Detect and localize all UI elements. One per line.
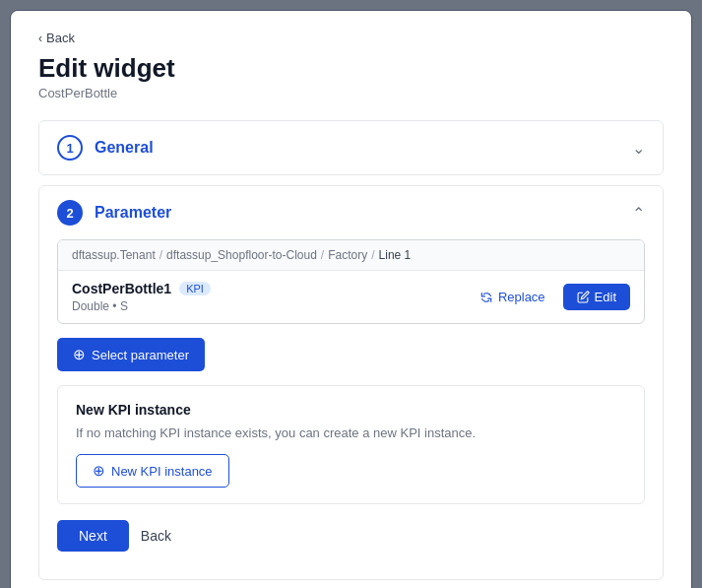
breadcrumb-shopfloor: dftassup_Shopfloor-to-Cloud	[166, 248, 317, 262]
breadcrumb-sep-3: /	[371, 248, 374, 262]
kpi-instance-box: New KPI instance If no matching KPI inst…	[57, 385, 645, 504]
section-parameter-header[interactable]: 2 Parameter ⌃	[39, 186, 663, 239]
param-name-row: CostPerBottle1 KPI	[72, 281, 211, 296]
kpi-instance-desc: If no matching KPI instance exists, you …	[76, 425, 626, 440]
next-button[interactable]: Next	[57, 520, 129, 552]
section-parameter: 2 Parameter ⌃ dftassup.Tenant / dftassup…	[38, 185, 664, 580]
back-action-button[interactable]: Back	[141, 528, 171, 544]
action-row: Next Back	[57, 520, 645, 552]
edit-button[interactable]: Edit	[563, 284, 630, 310]
parameter-type: Double • S	[72, 299, 211, 313]
edit-icon	[577, 291, 590, 303]
section-parameter-number: 2	[57, 200, 83, 226]
replace-icon	[479, 291, 493, 304]
parameter-row: CostPerBottle1 KPI Double • S	[58, 271, 644, 323]
replace-button[interactable]: Replace	[472, 286, 553, 308]
plus-circle-kpi-icon: ⊕	[93, 462, 105, 480]
section-parameter-header-left: 2 Parameter	[57, 200, 171, 226]
parameter-breadcrumb: dftassup.Tenant / dftassup_Shopfloor-to-…	[58, 240, 644, 271]
back-link[interactable]: ‹ Back	[38, 31, 664, 45]
chevron-left-icon: ‹	[38, 32, 42, 45]
section-general: 1 General ⌄	[38, 120, 664, 175]
page-title: Edit widget	[38, 53, 664, 84]
breadcrumb-line: Line 1	[379, 248, 412, 262]
section-parameter-title: Parameter	[95, 204, 171, 222]
section-general-header[interactable]: 1 General ⌄	[39, 121, 663, 174]
page-subtitle: CostPerBottle	[38, 86, 664, 100]
chevron-up-icon-parameter: ⌃	[632, 204, 645, 223]
chevron-down-icon-general: ⌄	[632, 139, 645, 158]
breadcrumb-tenant: dftassup.Tenant	[72, 248, 156, 262]
edit-label: Edit	[595, 290, 616, 304]
select-parameter-label: Select parameter	[92, 348, 189, 362]
section-general-number: 1	[57, 135, 83, 161]
replace-label: Replace	[498, 290, 545, 304]
new-kpi-label: New KPI instance	[111, 464, 213, 479]
select-parameter-button[interactable]: ⊕ Select parameter	[57, 338, 205, 371]
breadcrumb-sep-2: /	[321, 248, 324, 262]
parameter-name: CostPerBottle1	[72, 281, 171, 296]
back-link-label: Back	[46, 31, 75, 45]
parameter-badge: KPI	[179, 282, 211, 295]
breadcrumb-sep-1: /	[160, 248, 162, 262]
plus-circle-icon: ⊕	[73, 346, 86, 363]
kpi-instance-title: New KPI instance	[76, 402, 626, 418]
section-general-title: General	[95, 139, 154, 157]
parameter-info: CostPerBottle1 KPI Double • S	[72, 281, 211, 313]
new-kpi-button[interactable]: ⊕ New KPI instance	[76, 454, 229, 488]
parameter-actions: Replace Edit	[472, 284, 630, 310]
breadcrumb-factory: Factory	[328, 248, 367, 262]
section-parameter-body: dftassup.Tenant / dftassup_Shopfloor-to-…	[39, 239, 663, 579]
section-general-header-left: 1 General	[57, 135, 154, 161]
parameter-card: dftassup.Tenant / dftassup_Shopfloor-to-…	[57, 239, 645, 324]
